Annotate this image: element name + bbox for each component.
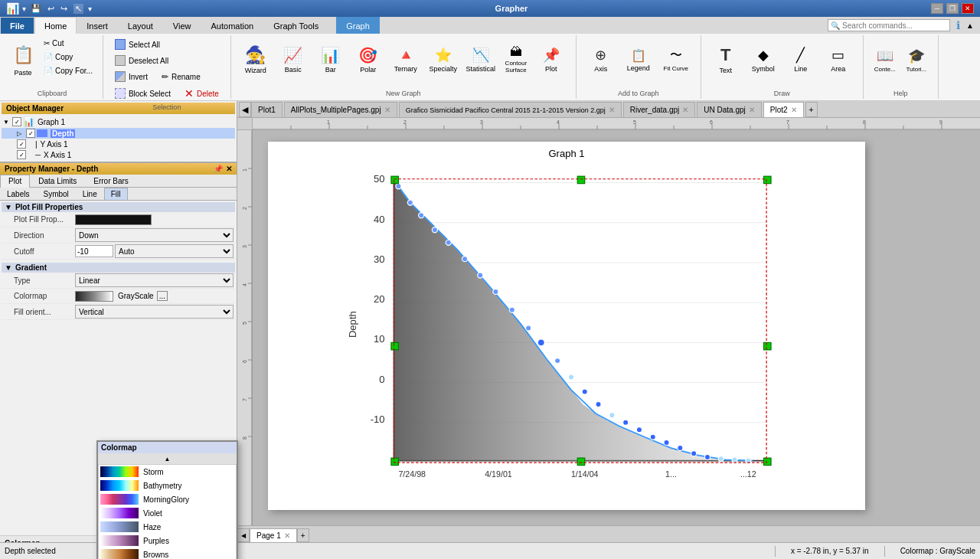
tree-item-xaxis[interactable]: ✓ ─ X Axis 1 xyxy=(2,149,235,160)
tab-undata-close[interactable]: ✕ xyxy=(749,106,755,114)
deselect-all-button[interactable]: Deselect All xyxy=(109,53,174,68)
page-tab-1[interactable]: Page 1 ✕ xyxy=(250,528,297,542)
tab-grafico-close[interactable]: ✕ xyxy=(609,106,615,114)
subtab-labels[interactable]: Labels xyxy=(0,188,36,200)
minimize-ribbon-icon[interactable]: ▲ xyxy=(966,21,974,30)
tree-item-depth[interactable]: ▷ ✓ Depth xyxy=(2,128,235,139)
tab-view[interactable]: View xyxy=(163,17,201,34)
cut-button[interactable]: ✂ Cut xyxy=(40,37,96,50)
tab-data-limits[interactable]: Data Limits xyxy=(30,175,85,187)
specialty-button[interactable]: ⭐ Specialty xyxy=(425,37,462,83)
select-all-button[interactable]: Select All xyxy=(109,37,165,52)
plot-button[interactable]: 📌 Plot xyxy=(533,37,570,83)
tab-grafico[interactable]: Grafico Sismicidad Pacifico Central 2015… xyxy=(399,102,622,117)
block-select-button[interactable]: Block Select xyxy=(109,85,176,102)
tab-graphtools[interactable]: Graph Tools xyxy=(263,17,328,34)
rename-button[interactable]: ✏ Rename xyxy=(156,69,206,84)
tab-file[interactable]: File xyxy=(0,17,34,34)
tree-item-yaxis[interactable]: ✓ | Y Axis 1 xyxy=(2,139,235,149)
direction-select[interactable]: Down Up Left Right xyxy=(75,228,234,242)
tab-new-btn[interactable]: + xyxy=(805,102,818,117)
pin-icon[interactable]: 📌 xyxy=(214,165,223,173)
close-btn[interactable]: ✕ xyxy=(962,3,974,14)
invert-button[interactable]: Invert xyxy=(109,69,153,84)
colormap-item-haze[interactable]: Haze xyxy=(99,520,236,534)
tab-layout[interactable]: Layout xyxy=(118,17,163,34)
fill-orient-select[interactable]: Vertical Horizontal xyxy=(75,305,234,319)
qat-undo[interactable]: ↩ xyxy=(47,4,54,14)
tab-plot2[interactable]: Plot2 ✕ xyxy=(763,102,804,117)
tab-automation[interactable]: Automation xyxy=(201,17,264,34)
fit-curve-button[interactable]: 〜 Fit Curve xyxy=(658,37,694,83)
gradient-header[interactable]: ▼ Gradient xyxy=(2,263,235,273)
colormap-item-violet[interactable]: Violet xyxy=(99,506,236,520)
checkbox-yaxis[interactable]: ✓ xyxy=(17,139,26,149)
checkbox-depth[interactable]: ✓ xyxy=(26,129,35,138)
cutoff-input[interactable] xyxy=(75,245,113,257)
colormap-item-purples[interactable]: Purples xyxy=(99,534,236,548)
line-button[interactable]: ╱ Line xyxy=(782,37,819,83)
area-button[interactable]: ▭ Area xyxy=(820,37,857,83)
qat-pointer[interactable]: ↖ xyxy=(74,4,83,14)
tab-graph[interactable]: Graph xyxy=(336,17,380,34)
qat-save[interactable]: 💾 xyxy=(31,4,41,14)
cutoff-type-select[interactable]: Auto Manual xyxy=(115,244,234,258)
checkbox-xaxis[interactable]: ✓ xyxy=(17,150,26,159)
graph-paper[interactable]: Graph 1 50 40 30 20 10 0 -10 xyxy=(268,142,865,510)
axis-button[interactable]: ⊕ Axis xyxy=(583,37,619,83)
copy-button[interactable]: 📄 Copy xyxy=(40,51,96,64)
tab-river-close[interactable]: ✕ xyxy=(682,106,688,114)
minimize-btn[interactable]: ─ xyxy=(931,3,943,14)
colormap-browse-btn[interactable]: ... xyxy=(157,291,168,301)
colormap-item-storm[interactable]: Storm xyxy=(99,465,236,479)
polar-button[interactable]: 🎯 Polar xyxy=(350,37,387,83)
subtab-fill[interactable]: Fill xyxy=(104,188,128,200)
tree-item-graph1[interactable]: ▼ ✓ 📊 Graph 1 xyxy=(2,116,235,128)
page-add-btn[interactable]: + xyxy=(297,528,309,542)
colormap-item-morningglory[interactable]: MorningGlory xyxy=(99,492,236,506)
contour-surface-button[interactable]: 🏔 Contour Surface xyxy=(500,37,532,83)
qat-redo[interactable]: ↪ xyxy=(60,4,67,14)
colormap-item-bathymetry[interactable]: Bathymetry xyxy=(99,479,236,492)
tab-home[interactable]: Home xyxy=(34,17,77,34)
copy-for-button[interactable]: 📄 Copy For... xyxy=(40,64,96,77)
subtab-symbol[interactable]: Symbol xyxy=(36,188,75,200)
tab-undata[interactable]: UN Data.gpj ✕ xyxy=(697,102,761,117)
scroll-up-btn[interactable]: ▲ xyxy=(98,453,237,464)
close-prop-icon[interactable]: ✕ xyxy=(226,165,232,173)
colormap-item-browns[interactable]: Browns xyxy=(99,548,236,559)
subtab-line[interactable]: Line xyxy=(76,188,104,200)
text-button[interactable]: T Text xyxy=(707,37,744,83)
checkbox-graph1[interactable]: ✓ xyxy=(12,117,21,126)
legend-button[interactable]: 📋 Legend xyxy=(620,37,657,83)
ternary-button[interactable]: 🔺 Ternary xyxy=(387,37,424,83)
tab-allplots-close[interactable]: ✕ xyxy=(384,106,390,114)
bar-button[interactable]: 📊 Bar xyxy=(312,37,349,83)
wizard-button[interactable]: 🧙 Wizard xyxy=(237,37,274,83)
basic-button[interactable]: 📈 Basic xyxy=(275,37,312,83)
tutorial-button[interactable]: 🎓 Tutori... xyxy=(901,37,932,83)
page-nav-left[interactable]: ◀ xyxy=(237,528,250,542)
tab-allplots[interactable]: AllPlots_MultiplePages.gpj ✕ xyxy=(284,102,397,117)
tab-plot1[interactable]: Plot1 xyxy=(251,102,283,117)
page-tab-close[interactable]: ✕ xyxy=(284,531,290,540)
tab-river[interactable]: River_data.gpj ✕ xyxy=(623,102,695,117)
plot-fill-header[interactable]: ▼ Plot Fill Properties xyxy=(2,202,235,212)
search-input[interactable] xyxy=(842,20,942,31)
delete-button[interactable]: ✕ Delete xyxy=(179,85,224,102)
tab-plot[interactable]: Plot xyxy=(0,175,30,188)
tab-insert[interactable]: Insert xyxy=(77,17,118,34)
colormap-dropdown[interactable]: Colormap ▲ Storm Bathymetry MorningGlory… xyxy=(96,440,238,559)
tab-plot2-close[interactable]: ✕ xyxy=(791,106,797,114)
help-icon[interactable]: ℹ xyxy=(956,19,960,31)
symbol-button[interactable]: ◆ Symbol xyxy=(745,37,782,83)
colormap-swatch[interactable] xyxy=(75,291,113,302)
type-select[interactable]: Linear Radial None xyxy=(75,273,234,287)
paste-button[interactable]: 📋 Paste xyxy=(8,37,38,83)
tab-error-bars[interactable]: Error Bars xyxy=(85,175,137,187)
plot-fill-color-swatch[interactable] xyxy=(75,214,152,225)
restore-btn[interactable]: ❐ xyxy=(946,3,959,14)
tab-nav-left[interactable]: ◀ xyxy=(239,102,251,117)
statistical-button[interactable]: 📉 Statistical xyxy=(462,37,499,83)
contents-button[interactable]: 📖 Conte... xyxy=(870,37,900,83)
